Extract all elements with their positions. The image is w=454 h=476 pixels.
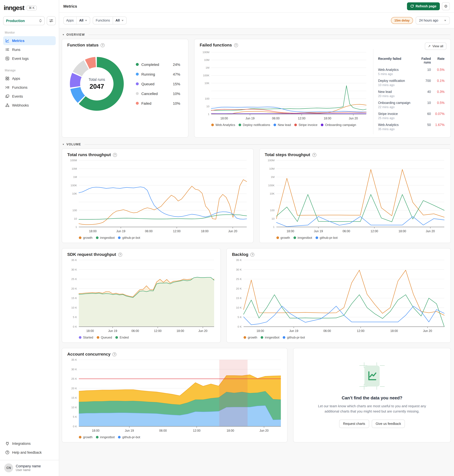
sdk-legend: Started Queued Ended — [79, 336, 215, 339]
svg-text:100M: 100M — [202, 51, 209, 54]
function-status-donut: Total runs 2047 — [70, 57, 124, 111]
table-row[interactable]: Web Analytics35 mins ago 501.67% — [378, 123, 445, 131]
sidebar-item-events[interactable]: Events — [3, 92, 56, 101]
functions-filter[interactable]: Functions All▼ — [93, 16, 127, 24]
volume-section-header[interactable]: ▼ VOLUME — [62, 143, 450, 146]
svg-text:Jun 19: Jun 19 — [125, 429, 134, 432]
help-icon[interactable]: ? — [101, 43, 105, 47]
volume-section-label: VOLUME — [67, 143, 81, 146]
apps-filter[interactable]: Apps All▼ — [63, 16, 90, 24]
refresh-page-button[interactable]: Refresh page — [407, 2, 440, 10]
time-range-select[interactable]: 24 hours ago ▼ — [416, 16, 450, 24]
legend-item: github-pr-bot — [118, 236, 140, 240]
svg-text:Jun 19: Jun 19 — [245, 117, 254, 120]
sidebar-item-label: Events — [12, 94, 23, 98]
sidebar-item-functions[interactable]: Functions — [3, 83, 56, 92]
view-all-button[interactable]: ↗ View all — [425, 43, 446, 50]
request-charts-button[interactable]: Request charts — [339, 420, 369, 428]
svg-text:Jun 19: Jun 19 — [108, 329, 117, 333]
metrics-icon — [5, 39, 9, 43]
legend-item: growth — [79, 435, 92, 439]
svg-text:5 K: 5 K — [237, 315, 242, 319]
svg-text:18:00: 18:00 — [89, 229, 97, 233]
give-feedback-button[interactable]: Give us feedback — [372, 420, 405, 428]
svg-text:100: 100 — [270, 209, 274, 212]
total-steps-legend: growth inngestbot github-pr-bot — [276, 236, 445, 240]
sidebar-item-label: Webhooks — [12, 103, 29, 107]
account-concurrency-title: Account concurrency — [67, 352, 111, 357]
total-runs-card: Total runs throughput? 11010010K100K1M10… — [62, 148, 253, 243]
sidebar-item-apps[interactable]: Apps — [3, 74, 56, 83]
svg-text:5 K: 5 K — [73, 415, 77, 418]
donut-center-label: Total runs — [89, 77, 105, 82]
legend-item: inngestbot — [96, 435, 115, 439]
legend-item: github-pr-bot — [316, 236, 338, 240]
help-icon[interactable]: ? — [234, 43, 238, 47]
command-k-shortcut[interactable]: ⌘ K — [27, 5, 37, 10]
page-title: Metrics — [63, 4, 77, 8]
inngest-dashboard: inngest ⌘ K Production Monitor Metrics R… — [0, 0, 454, 476]
svg-text:12:00: 12:00 — [154, 329, 162, 333]
monitor-section-label: Monitor — [5, 31, 54, 34]
table-row[interactable]: Deploy notification10 mins ago 7000.1% — [378, 79, 445, 87]
sidebar-item-metrics[interactable]: Metrics — [3, 36, 56, 45]
table-row[interactable]: Onboarding campaign22 mins ago 100.5% — [378, 101, 445, 109]
sidebar-item-runs[interactable]: Runs — [3, 45, 56, 54]
svg-text:0 K: 0 K — [73, 425, 77, 428]
svg-text:18:00: 18:00 — [220, 117, 228, 120]
sidebar-item-webhooks[interactable]: Webhooks — [3, 101, 56, 110]
svg-text:1M: 1M — [206, 66, 209, 69]
account-menu[interactable]: CN Company name User name — [3, 460, 56, 473]
help-icon[interactable]: ? — [113, 153, 117, 157]
svg-text:1M: 1M — [73, 176, 77, 178]
svg-text:10M: 10M — [269, 167, 274, 170]
overview-section-header[interactable]: ▼ OVERVIEW — [62, 33, 450, 36]
help-icon[interactable]: ? — [250, 253, 254, 256]
table-row[interactable]: Stripe invoice25 mins ago 600.07% — [378, 112, 445, 120]
svg-text:30 K: 30 K — [71, 368, 77, 371]
total-steps-chart: 11010010K100K1M10M100M18:00Jun 1906:0012… — [265, 157, 446, 235]
sidebar: inngest ⌘ K Production Monitor Metrics R… — [0, 0, 59, 476]
total-runs-legend: growth inngestbot github-pr-bot — [79, 236, 248, 240]
sidebar-item-event-logs[interactable]: Event logs — [3, 54, 56, 63]
total-steps-card: Total steps throughput? 11010010K100K1M1… — [259, 148, 451, 243]
legend-item: growth — [276, 236, 290, 240]
environment-select[interactable]: Production — [3, 16, 45, 25]
svg-text:18:00: 18:00 — [324, 117, 331, 120]
table-row[interactable]: Web Analytics5 mins ago 100.5% — [378, 68, 445, 76]
env-filter-button[interactable] — [47, 16, 56, 25]
feedback-title: Can’t find the data you need? — [342, 395, 402, 400]
svg-text:10: 10 — [74, 217, 77, 220]
svg-text:12:00: 12:00 — [357, 329, 364, 333]
backlog-legend: growth inngestbot github-pr-bot — [243, 336, 445, 339]
delay-badge: 15m delay — [391, 17, 413, 24]
legend-item: Cancelled10% — [136, 91, 180, 96]
svg-text:30 K: 30 K — [71, 268, 77, 271]
function-status-card: Function status ? Total runs 2047 Co — [62, 39, 188, 138]
apps-icon — [5, 76, 9, 81]
chevron-down-icon: ▼ — [121, 19, 124, 22]
help-icon[interactable]: ? — [312, 153, 316, 157]
total-runs-chart: 11010010K100K1M10M100M18:00Jun 1906:0012… — [67, 157, 248, 235]
legend-item: github-pr-bot — [283, 336, 305, 339]
svg-text:18:00: 18:00 — [201, 229, 209, 233]
settings-button[interactable]: ⚙ — [442, 2, 450, 10]
functions-filter-value: All — [115, 19, 120, 22]
legend-item: Queued15% — [136, 82, 180, 86]
legend-item: Web Analytics — [211, 123, 235, 127]
svg-text:18:00: 18:00 — [398, 229, 406, 233]
svg-text:25 K: 25 K — [71, 278, 77, 280]
svg-text:100: 100 — [72, 209, 77, 212]
sidebar-item-integrations[interactable]: Integrations — [3, 439, 56, 448]
topbar: Metrics Refresh page ⚙ — [59, 0, 454, 13]
help-icon[interactable]: ? — [113, 352, 116, 356]
table-row[interactable]: New lead20 mins ago 400.3% — [378, 90, 445, 98]
concurrency-legend: growth inngestbot github-pr-bot — [79, 435, 282, 439]
help-icon[interactable]: ? — [118, 253, 122, 256]
svg-text:100K: 100K — [203, 74, 209, 77]
svg-text:06:00: 06:00 — [159, 429, 167, 432]
sidebar-item-help[interactable]: Help and feedback — [3, 448, 56, 457]
legend-item: growth — [79, 236, 92, 240]
gear-icon: ⚙ — [444, 4, 448, 8]
main: Metrics Refresh page ⚙ Apps All▼ Functio… — [59, 0, 454, 476]
